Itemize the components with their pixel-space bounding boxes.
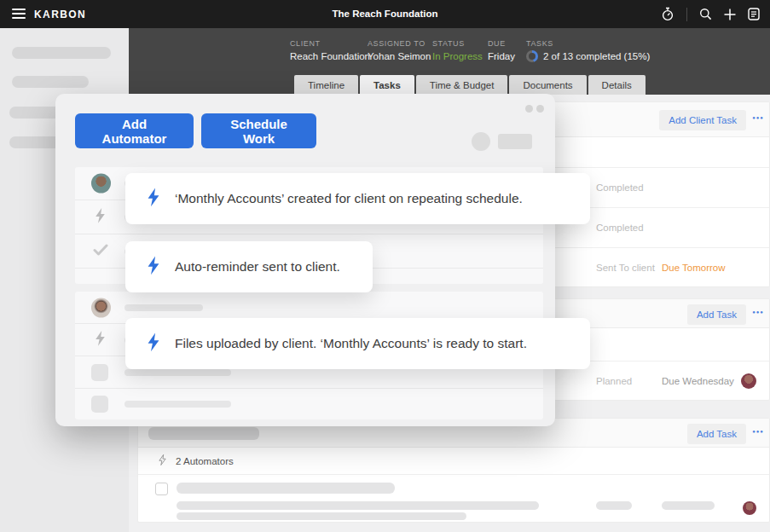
add-automator-button[interactable]: Add Automator [75,113,194,148]
task-title-placeholder [177,483,395,494]
bolt-icon [147,256,160,279]
field-status: STATUS In Progress [432,39,483,61]
dialog-dot [525,105,533,113]
bolt-icon [147,188,160,211]
field-client: CLIENT Reach Foundation [290,39,370,61]
work-tabs: Timeline Tasks Time & Budget Documents D… [294,75,646,95]
bottom-tasks-section: Add Task ●●● 2 Automators [137,418,770,523]
dialog-dot [536,105,544,113]
automators-count-label: 2 Automators [176,456,234,466]
app-window: KARBON The Reach Foundation CLIENT [0,0,770,532]
top-bar: KARBON The Reach Foundation [0,0,770,28]
work-item-header: CLIENT Reach Foundation ASSIGNED TO Yoha… [129,28,770,95]
field-assigned-to: ASSIGNED TO Yohan Seimon [368,39,431,61]
task-status: Planned [596,376,632,386]
add-client-task-button[interactable]: Add Client Task [659,110,746,130]
task-meta-placeholder [662,501,715,510]
divider [686,8,687,21]
callout-text: Auto-reminder sent to client. [175,259,340,275]
task-meta-placeholder [596,501,632,510]
task-detail-placeholder [177,501,539,510]
automator-bolt-icon [95,330,106,350]
label-placeholder [498,134,532,149]
add-task-button[interactable]: Add Task [687,424,746,444]
callout-text: Files uploaded by client. ‘Monthly Accou… [175,336,527,351]
timer-icon[interactable] [661,7,674,21]
field-due: DUE Friday [488,39,515,61]
task-status: Completed [596,223,644,233]
timeline-row[interactable] [75,389,543,419]
ellipsis-menu-icon[interactable]: ●●● [752,429,764,434]
page-title: The Reach Foundation [0,9,770,19]
checkbox-placeholder [91,364,108,381]
task-due-date: Due Tomorrow [662,263,726,273]
tab-documents[interactable]: Documents [509,75,586,95]
task-row[interactable] [138,475,769,522]
user-avatar [91,174,111,194]
section-title-placeholder [148,427,259,440]
tab-tasks[interactable]: Tasks [360,75,414,95]
automator-bolt-icon [159,454,166,469]
text-placeholder [124,401,231,408]
callout-text: ‘Monthly Accounts’ created for client on… [175,191,523,206]
assignee-avatar[interactable] [743,501,756,515]
tab-details[interactable]: Details [588,75,646,95]
add-icon[interactable] [724,9,736,20]
field-tasks: TASKS 2 of 13 completed (15%) [526,39,650,62]
task-status: Completed [596,182,644,193]
sidebar-placeholder-bar [12,76,89,88]
avatar-placeholder [472,132,490,151]
automator-bolt-icon [95,207,106,227]
tab-time-budget[interactable]: Time & Budget [416,75,508,95]
sidebar-placeholder-bar [9,136,61,148]
automators-row[interactable]: 2 Automators [138,448,769,475]
bolt-icon [147,332,160,356]
text-placeholder [124,369,231,376]
ellipsis-menu-icon[interactable]: ●●● [752,115,764,120]
user-avatar [91,298,111,317]
task-detail-placeholder [177,512,466,520]
tab-timeline[interactable]: Timeline [294,75,358,95]
automation-callout: Files uploaded by client. ‘Monthly Accou… [125,318,590,369]
search-icon[interactable] [699,8,712,20]
task-status: Sent To client [596,263,655,273]
automation-callout: Auto-reminder sent to client. [125,241,373,292]
add-task-button[interactable]: Add Task [687,304,746,325]
status-value: In Progress [432,51,483,61]
task-due-date: Due Wednesday [662,376,734,386]
text-placeholder [124,304,203,311]
checkbox-placeholder [91,396,108,413]
ellipsis-menu-icon[interactable]: ●●● [752,309,764,315]
task-progress-donut [526,50,538,62]
schedule-work-button[interactable]: Schedule Work [201,113,316,148]
sidebar-placeholder-bar [12,47,111,59]
assignee-avatar[interactable] [741,373,756,389]
notes-icon[interactable] [748,8,760,20]
task-checkbox[interactable] [155,483,168,495]
automation-callout: ‘Monthly Accounts’ created for client on… [125,173,590,224]
check-icon [93,244,108,259]
